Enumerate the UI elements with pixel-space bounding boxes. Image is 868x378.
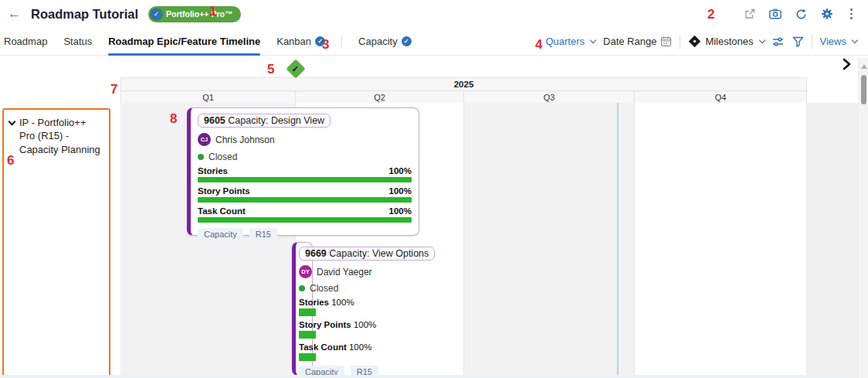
quarter-header-q1: Q1 — [120, 90, 296, 104]
quarter-header-q2: Q2 — [295, 90, 464, 104]
annotation-6: 6 — [7, 153, 14, 169]
back-arrow-icon[interactable]: ← — [8, 6, 21, 22]
milestone-band — [0, 56, 868, 77]
scroll-up-icon[interactable] — [861, 64, 867, 69]
date-range-label: Date Range — [603, 36, 656, 47]
avatar: DY — [299, 265, 312, 278]
scrollbar-thumb[interactable] — [861, 75, 866, 104]
collapse-chevron-icon[interactable] — [8, 118, 16, 126]
verified-badge-icon: ✓ — [151, 9, 162, 20]
app-window: ← Roadmap Tutorial ✓ Portfolio++ Pro™ Ro… — [0, 0, 868, 378]
tab-kanban-label: Kanban — [276, 36, 311, 47]
assignee-row: DY David Yaeger — [299, 265, 430, 278]
tag-row: Capacity R15 — [198, 228, 412, 240]
views-label: Views — [820, 36, 846, 47]
timeline-column-q4 — [635, 103, 807, 375]
year-label: 2025 — [454, 80, 474, 89]
tag-r15: R15 — [249, 228, 277, 240]
metric-stories: Stories100% — [198, 166, 412, 182]
chevron-down-icon — [590, 37, 596, 43]
epic-title: IP - Portfolio++ Pro (R15) - Capacity Pl… — [19, 116, 104, 156]
tab-status[interactable]: Status — [63, 28, 92, 56]
annotation-4: 4 — [535, 37, 542, 53]
tab-capacity[interactable]: Capacity✓ — [358, 28, 412, 56]
today-marker-line — [617, 103, 619, 375]
annotation-7: 7 — [110, 82, 117, 97]
work-item-id: 9605 — [204, 115, 225, 126]
annotation-5: 5 — [267, 62, 274, 77]
vertical-scrollbar[interactable] — [858, 58, 868, 378]
work-item-title: Capacity: View Options — [329, 248, 429, 259]
filter-button[interactable] — [792, 36, 804, 47]
tab-capacity-label: Capacity — [358, 36, 398, 47]
expand-right-icon[interactable] — [841, 58, 852, 70]
milestone-diamond-icon — [689, 36, 701, 48]
status-row: Closed — [299, 283, 430, 294]
assignee-name: David Yaeger — [317, 267, 372, 278]
views-dropdown[interactable]: Views — [820, 36, 857, 47]
timeline-card-9669[interactable]: 9669 Capacity: View Options DY David Yae… — [292, 242, 313, 376]
share-icon[interactable] — [744, 9, 755, 20]
capacity-pro-badge-icon: ✓ — [402, 36, 412, 46]
top-header: ← Roadmap Tutorial ✓ Portfolio++ Pro™ — [0, 0, 868, 28]
sidebar-item-epic[interactable]: IP - Portfolio++ Pro (R15) - Capacity Pl… — [9, 116, 104, 156]
tab-separator — [341, 35, 342, 49]
filter-funnel-icon — [792, 36, 804, 47]
progress-bar — [198, 197, 412, 203]
tab-roadmap-label: Roadmap — [4, 36, 47, 47]
refresh-icon[interactable] — [795, 9, 807, 20]
camera-icon[interactable] — [769, 9, 782, 19]
metric-label: Stories — [198, 166, 228, 175]
progress-bar — [299, 331, 316, 339]
milestones-dropdown[interactable]: Milestones — [688, 36, 764, 47]
display-settings-button[interactable] — [772, 36, 785, 47]
tab-epic-feature-timeline[interactable]: Roadmap Epic/Feature Timeline — [108, 28, 260, 56]
metric-story-points: Story Points 100% — [299, 320, 430, 339]
metric-value: 100% — [389, 166, 412, 175]
pro-badge: ✓ Portfolio++ Pro™ — [148, 6, 241, 22]
quarters-label: Quarters — [545, 36, 585, 47]
calendar-icon — [660, 36, 672, 47]
tab-bar: Roadmap Status Roadmap Epic/Feature Time… — [0, 28, 868, 56]
timeline-column-overflow — [807, 103, 858, 375]
progress-bar — [198, 177, 412, 182]
sliders-icon — [772, 36, 785, 47]
milestones-label: Milestones — [705, 36, 753, 47]
tab-group: Roadmap Status Roadmap Epic/Feature Time… — [4, 28, 428, 56]
work-item-chip[interactable]: 9669 Capacity: View Options — [299, 247, 435, 261]
card-overflow-content: 9669 Capacity: View Options DY David Yae… — [299, 246, 430, 378]
tab-roadmap[interactable]: Roadmap — [4, 28, 47, 56]
progress-bar — [299, 353, 316, 361]
settings-gear-icon[interactable] — [821, 8, 833, 20]
metric-label: Story Points — [198, 186, 250, 196]
tab-kanban[interactable]: Kanban✓ — [276, 28, 325, 56]
controls-separator — [812, 35, 812, 49]
date-range-button[interactable]: Date Range — [603, 36, 672, 47]
more-options-icon[interactable] — [847, 9, 856, 19]
metric-label: Task Count — [198, 206, 246, 216]
pro-badge-label: Portfolio++ Pro™ — [166, 9, 232, 19]
annotation-2: 2 — [707, 7, 714, 22]
horizontal-scrollbar[interactable] — [0, 375, 858, 378]
chevron-down-icon — [758, 37, 765, 43]
view-controls: Quarters Date Range Milestones Views — [545, 35, 857, 49]
assignee-row: CJ Chris Johnson — [198, 133, 412, 146]
metric-task-count: Task Count 100% — [299, 342, 430, 361]
quarter-header-q4: Q4 — [634, 90, 807, 104]
metric-value: 100% — [389, 206, 412, 216]
annotation-3: 3 — [322, 37, 329, 53]
tag-capacity: Capacity — [198, 228, 243, 240]
status-dot-icon — [299, 285, 305, 291]
work-item-chip[interactable]: 9605 Capacity: Design View — [198, 114, 331, 128]
metric-value: 100% — [389, 186, 412, 196]
quarters-dropdown[interactable]: Quarters — [545, 36, 595, 47]
chevron-down-icon — [852, 37, 858, 43]
tab-timeline-label: Roadmap Epic/Feature Timeline — [108, 36, 260, 47]
status-dot-icon — [198, 154, 204, 160]
timeline-card-9605[interactable]: 9605 Capacity: Design View CJ Chris John… — [187, 107, 419, 236]
timeline-year-header: 2025 — [120, 77, 807, 91]
metric-task-count: Task Count100% — [198, 206, 412, 223]
status-label: Closed — [310, 283, 338, 294]
progress-bar — [198, 217, 412, 223]
metric-stories: Stories 100% — [299, 298, 430, 316]
